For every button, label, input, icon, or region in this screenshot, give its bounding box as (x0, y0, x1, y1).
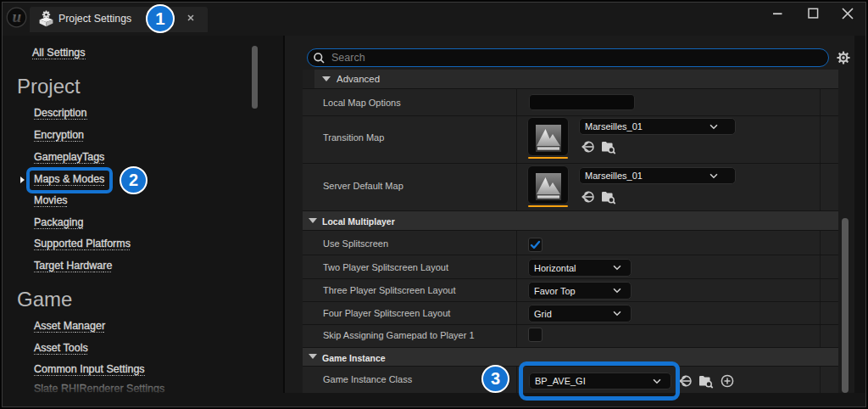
svg-text:u: u (13, 8, 22, 25)
